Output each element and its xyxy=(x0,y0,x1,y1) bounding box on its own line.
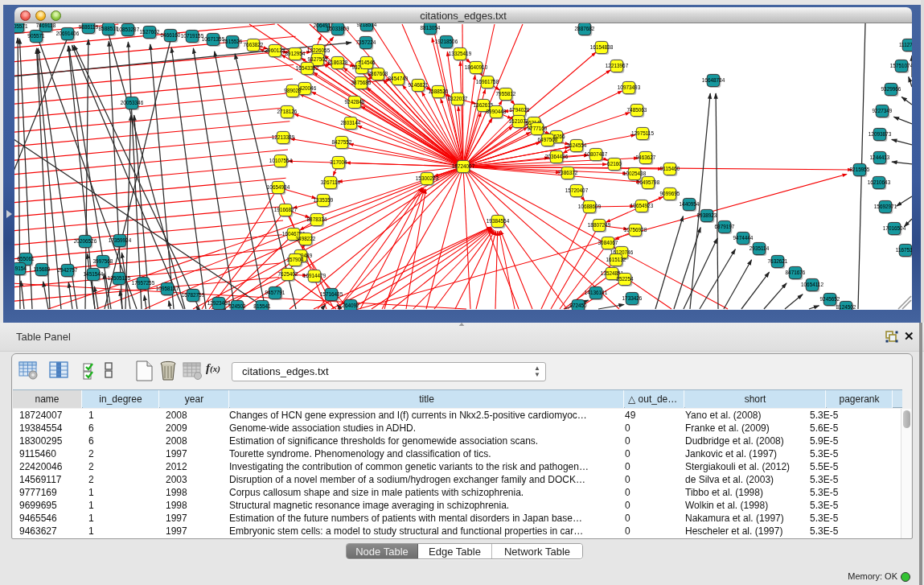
svg-text:16914479: 16914479 xyxy=(303,273,326,278)
svg-text:20053346: 20053346 xyxy=(121,100,144,105)
svg-text:16033809: 16033809 xyxy=(326,26,350,31)
svg-text:317004: 317004 xyxy=(330,159,347,165)
svg-text:2803144: 2803144 xyxy=(341,120,361,126)
svg-text:2718126: 2718126 xyxy=(277,109,298,114)
svg-text:9457791: 9457791 xyxy=(265,290,285,295)
svg-text:39154: 39154 xyxy=(14,266,27,271)
svg-text:1588520: 1588520 xyxy=(429,89,449,94)
svg-text:8912954: 8912954 xyxy=(285,51,306,56)
svg-text:252254: 252254 xyxy=(616,276,634,282)
svg-text:10025438: 10025438 xyxy=(623,171,647,176)
svg-text:10107554: 10107554 xyxy=(269,158,293,163)
svg-text:8990448: 8990448 xyxy=(487,109,507,114)
svg-text:1335359: 1335359 xyxy=(314,197,334,203)
svg-text:714546: 714546 xyxy=(358,60,376,65)
svg-text:17359924: 17359924 xyxy=(109,237,132,243)
svg-text:6879197: 6879197 xyxy=(715,224,735,229)
svg-text:7485063: 7485063 xyxy=(627,107,647,113)
svg-text:9227349: 9227349 xyxy=(873,108,893,113)
svg-text:655061: 655061 xyxy=(17,256,35,262)
svg-text:3624554: 3624554 xyxy=(567,142,587,148)
svg-text:12213389: 12213389 xyxy=(272,134,295,140)
svg-text:3267110: 3267110 xyxy=(321,179,341,185)
svg-text:16782759: 16782759 xyxy=(182,292,205,298)
svg-text:6466160: 6466160 xyxy=(161,32,181,38)
svg-text:19384554: 19384554 xyxy=(487,218,510,224)
svg-text:8471676: 8471676 xyxy=(786,270,806,275)
svg-text:1244413: 1244413 xyxy=(870,154,890,160)
svg-text:15720407: 15720407 xyxy=(565,187,589,193)
svg-text:20691406: 20691406 xyxy=(56,31,80,36)
svg-text:10853287: 10853287 xyxy=(117,27,140,32)
svg-text:3960123: 3960123 xyxy=(265,47,285,53)
svg-text:924502: 924502 xyxy=(228,303,246,309)
svg-text:8454749: 8454749 xyxy=(388,76,409,81)
svg-text:815541: 815541 xyxy=(253,303,271,309)
svg-text:972450: 972450 xyxy=(569,303,587,308)
svg-text:9329966: 9329966 xyxy=(881,86,901,92)
svg-text:19654923: 19654923 xyxy=(630,203,654,208)
svg-text:10807487: 10807487 xyxy=(585,151,608,157)
svg-text:10688609: 10688609 xyxy=(578,204,602,209)
svg-text:16210643: 16210643 xyxy=(868,179,891,185)
svg-text:264092: 264092 xyxy=(342,303,359,308)
svg-text:16495798: 16495798 xyxy=(637,179,660,185)
svg-text:7357224: 7357224 xyxy=(356,39,376,45)
svg-text:12975115: 12975115 xyxy=(631,130,654,136)
svg-text:15716485: 15716485 xyxy=(320,291,343,297)
svg-text:12093873: 12093873 xyxy=(869,131,892,137)
svg-text:9099695: 9099695 xyxy=(660,191,680,196)
svg-text:9474444: 9474444 xyxy=(733,235,754,241)
svg-text:8427552: 8427552 xyxy=(332,139,352,145)
svg-text:7515526: 7515526 xyxy=(223,39,243,44)
svg-text:17957255: 17957255 xyxy=(132,280,155,286)
svg-text:20364436: 20364436 xyxy=(545,154,569,159)
svg-text:7663822: 7663822 xyxy=(244,42,264,47)
svg-text:7632621: 7632621 xyxy=(768,258,788,264)
svg-text:2942757: 2942757 xyxy=(58,267,78,273)
svg-text:9115460: 9115460 xyxy=(660,166,680,171)
svg-text:3084067: 3084067 xyxy=(598,240,618,245)
svg-text:2887682: 2887682 xyxy=(575,26,595,31)
svg-text:14136141: 14136141 xyxy=(585,290,608,295)
svg-text:10654984: 10654984 xyxy=(267,184,290,190)
svg-text:9327505: 9327505 xyxy=(308,56,328,62)
svg-text:9146821: 9146821 xyxy=(409,82,429,88)
svg-text:9886119: 9886119 xyxy=(79,24,99,30)
svg-text:9463627: 9463627 xyxy=(636,154,656,160)
svg-text:17016504: 17016504 xyxy=(883,225,906,231)
svg-text:8124502: 8124502 xyxy=(836,304,856,310)
svg-text:10719155: 10719155 xyxy=(181,33,204,39)
svg-text:7625402: 7625402 xyxy=(278,271,298,277)
svg-text:19166827: 19166827 xyxy=(274,207,298,212)
svg-text:18640910: 18640910 xyxy=(465,64,488,70)
svg-text:3498222: 3498222 xyxy=(296,236,316,241)
svg-text:7469118: 7469118 xyxy=(36,23,56,28)
svg-text:16154838: 16154838 xyxy=(590,44,614,50)
svg-text:10756928: 10756928 xyxy=(624,227,647,233)
svg-text:2867608: 2867608 xyxy=(368,71,388,76)
svg-text:15300273: 15300273 xyxy=(416,175,439,181)
svg-text:10958127: 10958127 xyxy=(156,286,179,291)
svg-text:10671355: 10671355 xyxy=(202,36,225,42)
svg-text:1167533: 1167533 xyxy=(896,247,912,253)
svg-text:1615132: 1615132 xyxy=(606,257,626,262)
svg-text:989028: 989028 xyxy=(284,88,302,93)
svg-text:12923468: 12923468 xyxy=(207,300,231,306)
svg-text:16961758: 16961758 xyxy=(476,79,499,84)
svg-text:15751074: 15751074 xyxy=(890,63,912,68)
svg-text:1733426: 1733426 xyxy=(622,295,643,301)
svg-text:16648784: 16648784 xyxy=(702,77,725,83)
svg-text:7955812: 7955812 xyxy=(496,91,516,97)
svg-text:18807249: 18807249 xyxy=(588,222,611,228)
svg-text:157904: 157904 xyxy=(286,257,304,262)
svg-text:8878334: 8878334 xyxy=(307,216,327,222)
svg-text:3997568: 3997568 xyxy=(93,258,113,264)
svg-text:1451544: 1451544 xyxy=(84,271,104,277)
svg-text:2935114: 2935114 xyxy=(749,245,770,251)
svg-text:6497508: 6497508 xyxy=(538,137,558,142)
svg-text:8215955: 8215955 xyxy=(850,167,870,172)
svg-text:8322037: 8322037 xyxy=(448,96,468,101)
svg-text:13325419: 13325419 xyxy=(449,51,472,56)
svg-text:16543382: 16543382 xyxy=(296,65,319,71)
